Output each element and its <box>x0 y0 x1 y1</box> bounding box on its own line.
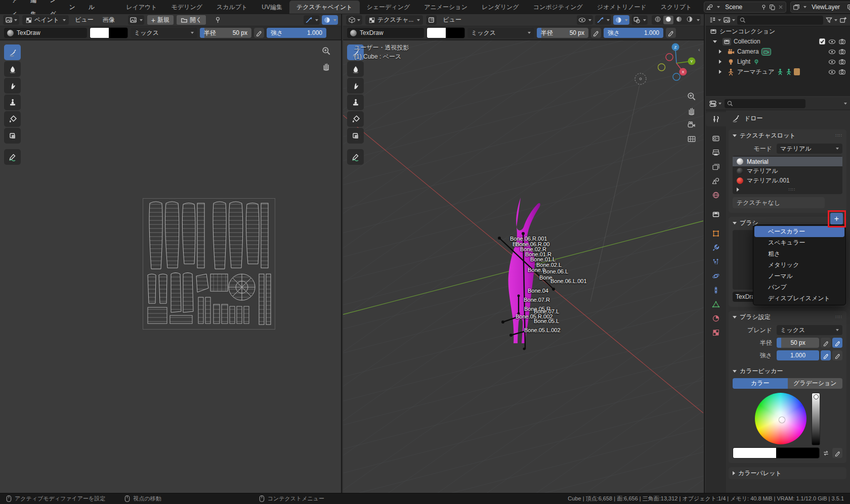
render-visibility-icon[interactable] <box>838 58 846 66</box>
display-channels-dropdown[interactable] <box>322 15 338 25</box>
blend-mode-dropdown[interactable]: ミックス <box>777 325 842 335</box>
open-image-button[interactable]: 開く <box>177 15 206 25</box>
expand-arrow[interactable] <box>719 50 721 54</box>
new-image-button[interactable]: +新規 <box>147 15 174 25</box>
menu-view[interactable]: ビュー <box>440 16 464 24</box>
falloff-dropdown[interactable] <box>304 15 320 25</box>
tab-texture-paint[interactable]: テクスチャペイント <box>289 1 360 14</box>
list-resize-grip[interactable]: ∷∷ <box>789 187 795 192</box>
radius-slider[interactable]: 50 px <box>777 338 819 348</box>
radius-pressure-toggle[interactable] <box>254 28 264 38</box>
tool-draw-button[interactable] <box>4 44 21 60</box>
eye-visibility-icon[interactable] <box>828 58 836 66</box>
blend-mode-dropdown[interactable]: ミックス <box>131 28 197 38</box>
pin-icon[interactable] <box>760 4 767 11</box>
editor-type-button[interactable] <box>3 15 19 25</box>
blend-mode-dropdown[interactable]: ミックス <box>468 28 534 38</box>
strength-pressure-toggle[interactable] <box>821 350 831 360</box>
tab-render[interactable] <box>706 131 726 146</box>
color-pressure-toggle[interactable] <box>832 448 842 458</box>
overlays-dropdown[interactable] <box>631 15 648 25</box>
eye-visibility-icon[interactable] <box>828 48 836 56</box>
browse-image-button[interactable] <box>128 15 144 25</box>
eye-visibility-icon[interactable] <box>828 38 836 45</box>
tool-soften-button[interactable] <box>347 61 364 77</box>
tool-clone-button[interactable] <box>347 95 364 110</box>
expand-arrow[interactable] <box>719 70 721 74</box>
outliner-row-collection[interactable]: Collection <box>706 36 850 47</box>
tab-modeling[interactable]: モデリング <box>164 1 209 14</box>
menu-item-bump[interactable]: バンプ <box>754 282 844 293</box>
tab-scene[interactable] <box>706 174 726 188</box>
visibility-dropdown[interactable] <box>577 15 593 25</box>
material-list-item[interactable]: マテリアル <box>733 166 842 176</box>
radius-texture-toggle[interactable] <box>832 338 842 348</box>
region-collapse-chevron[interactable]: ‹ <box>698 47 700 53</box>
tab-particles[interactable] <box>706 255 726 269</box>
tab-view-layer[interactable] <box>706 160 726 174</box>
strength-texture-toggle[interactable] <box>832 350 842 360</box>
tab-output[interactable] <box>706 146 726 160</box>
brush-datablock-field[interactable]: TexDraw <box>347 28 424 38</box>
tab-rendering[interactable]: レンダリング <box>475 1 526 14</box>
copy-icon[interactable] <box>847 4 850 11</box>
strength-slider[interactable]: 強さ1.000 <box>604 28 663 38</box>
navigation-gizmo[interactable]: Z Y X <box>658 42 700 85</box>
properties-search-input[interactable] <box>725 99 805 108</box>
pan-hand-icon[interactable] <box>322 62 331 71</box>
primary-color-swatch[interactable] <box>90 28 109 38</box>
viewlayer-name[interactable]: ViewLayer <box>809 4 845 11</box>
tab-color[interactable]: カラー <box>733 378 788 389</box>
menu-item-base-color[interactable]: ベースカラー <box>754 226 844 237</box>
color-swatches[interactable] <box>427 27 465 38</box>
scene-selector[interactable]: Scene <box>704 2 786 13</box>
zoom-icon[interactable] <box>687 92 696 101</box>
tab-shading[interactable]: シェーディング <box>360 1 417 14</box>
close-icon[interactable] <box>778 4 784 10</box>
panel-grip-icon[interactable]: ∷∷ <box>836 314 842 319</box>
color-swatches[interactable] <box>90 27 128 38</box>
outliner-row-scene-collection[interactable]: シーンコレクション <box>706 26 850 36</box>
render-visibility-icon[interactable] <box>838 48 846 56</box>
tool-smear-button[interactable] <box>4 78 21 94</box>
color-palette-header[interactable]: カラーパレット <box>729 467 846 479</box>
tool-fill-button[interactable] <box>4 111 21 127</box>
expand-arrow[interactable] <box>737 188 739 192</box>
new-collection-button[interactable] <box>839 16 847 24</box>
secondary-color-swatch[interactable] <box>446 28 464 38</box>
tool-mask-button[interactable] <box>4 128 21 144</box>
tab-object-data[interactable] <box>706 297 726 311</box>
shading-rendered-button[interactable] <box>685 16 695 24</box>
strength-slider[interactable]: 強さ1.000 <box>267 28 326 38</box>
strength-slider[interactable]: 1.000 <box>777 350 819 360</box>
color-wheel[interactable] <box>755 393 806 444</box>
checkbox-icon[interactable] <box>819 38 826 45</box>
shading-solid-button[interactable] <box>663 16 673 24</box>
tab-texture[interactable] <box>706 326 726 340</box>
tab-layout[interactable]: レイアウト <box>119 1 164 14</box>
radius-slider[interactable]: 半径50 px <box>537 28 588 38</box>
color-wheel-cursor[interactable] <box>779 417 785 423</box>
value-slider[interactable] <box>812 393 820 445</box>
eye-visibility-icon[interactable] <box>828 68 836 76</box>
texture-slot-field[interactable]: テクスチャなし <box>733 197 825 208</box>
render-visibility-icon[interactable] <box>838 68 846 76</box>
radius-pressure-toggle[interactable] <box>591 28 601 38</box>
menu-image[interactable]: 画像 <box>100 16 118 24</box>
options-chevron-icon[interactable] <box>844 103 847 105</box>
viewlayer-selector[interactable]: ViewLayer <box>790 2 850 13</box>
paint-mode-dropdown[interactable]: ペイント <box>22 15 69 25</box>
filter-button[interactable] <box>825 16 837 24</box>
tool-annotate-button[interactable] <box>347 149 364 165</box>
tab-geometry-nodes[interactable]: ジオメトリノード <box>590 1 654 14</box>
shading-wireframe-button[interactable] <box>653 16 663 24</box>
material-list-item[interactable]: マテリアル.001 <box>733 176 842 186</box>
outliner-row-camera[interactable]: Camera <box>706 47 850 57</box>
outliner-row-light[interactable]: Light <box>706 57 850 67</box>
brush-settings-header[interactable]: ブラシ設定∷∷ <box>729 311 846 323</box>
radius-slider[interactable]: 半径50 px <box>200 28 251 38</box>
menu-item-roughness[interactable]: 粗さ <box>754 248 844 259</box>
menu-item-metallic[interactable]: メタリック <box>754 259 844 270</box>
falloff-dropdown[interactable] <box>595 15 611 25</box>
tab-object[interactable] <box>706 226 726 241</box>
